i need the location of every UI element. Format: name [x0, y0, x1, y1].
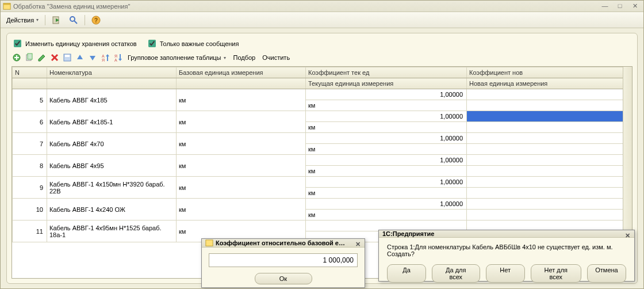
- select-button[interactable]: Подбор: [231, 53, 258, 62]
- coef-ok-button[interactable]: Ок: [255, 273, 312, 284]
- svg-rect-12: [28, 54, 32, 59]
- confirm-dialog-close[interactable]: ✕: [623, 231, 632, 241]
- cell-new-unit[interactable]: [467, 188, 632, 199]
- cell-cur-unit[interactable]: км: [306, 210, 467, 220]
- svg-marker-27: [118, 59, 122, 61]
- cell-base[interactable]: км: [177, 155, 306, 177]
- cell-cur-unit[interactable]: км: [306, 188, 467, 199]
- cell-nomen[interactable]: Кабель АВВГ 4x95: [47, 155, 177, 177]
- group-fill-button[interactable]: Групповое заполнение таблицы▾: [125, 53, 228, 62]
- move-up-button[interactable]: [75, 52, 85, 63]
- delete-button[interactable]: [49, 52, 60, 63]
- cell-coef-cur[interactable]: 1,00000: [306, 199, 467, 210]
- cell-base[interactable]: км: [177, 89, 306, 111]
- coef-dialog-title-bar[interactable]: Коэффициент относительно базовой е… ✕: [202, 239, 365, 248]
- chevron-down-icon: ▾: [36, 17, 39, 22]
- no-all-button[interactable]: Нет для всех: [531, 264, 581, 283]
- cell-new-unit[interactable]: [467, 144, 632, 155]
- cancel-button[interactable]: Отмена: [587, 264, 626, 283]
- header-n[interactable]: N: [13, 67, 47, 78]
- cell-cur-unit[interactable]: км: [306, 166, 467, 177]
- cell-cur-unit[interactable]: км: [306, 100, 467, 111]
- sort-asc-icon: АЯ: [101, 53, 110, 62]
- table-row[interactable]: 5Кабель АВВГ 4x185км1,00000: [13, 89, 632, 100]
- cell-n[interactable]: 9: [13, 177, 47, 199]
- change-storage-unit-check[interactable]: Изменить единицу хранения остатков: [12, 38, 137, 49]
- save-button[interactable]: [62, 52, 72, 63]
- cell-nomen[interactable]: Кабель АВВГ-1 4x95мн Н*1525 бараб. 18а-1: [47, 220, 177, 242]
- move-down-button[interactable]: [87, 52, 98, 63]
- add-button[interactable]: [12, 52, 22, 63]
- cell-coef-cur[interactable]: 1,00000: [306, 133, 467, 144]
- properties-button[interactable]: [66, 14, 82, 26]
- header-coef-new[interactable]: Коэффициент нов: [467, 67, 632, 78]
- minimize-button[interactable]: —: [599, 2, 611, 11]
- table-row[interactable]: 7Кабель АВВГ 4x70км1,00000: [13, 133, 632, 144]
- cell-n[interactable]: 5: [13, 89, 47, 111]
- header-base[interactable]: Базовая единица измерения: [177, 67, 306, 78]
- header-coef-cur[interactable]: Коэффициент тек ед: [306, 67, 467, 78]
- clear-button[interactable]: Очистить: [260, 53, 292, 62]
- sort-desc-button[interactable]: ЯА: [113, 52, 123, 63]
- cell-new-unit[interactable]: [467, 166, 632, 177]
- actions-menu[interactable]: Действия ▾: [3, 16, 42, 25]
- table-row[interactable]: 8Кабель АВВГ 4x95км1,00000: [13, 155, 632, 166]
- cell-nomen[interactable]: Кабель АВВГ-1 4x150мн Н*3920 бараб. 22В: [47, 177, 177, 199]
- cell-coef-cur[interactable]: 1,00000: [306, 111, 467, 122]
- svg-marker-13: [39, 55, 45, 61]
- sort-asc-button[interactable]: АЯ: [100, 52, 110, 63]
- no-button[interactable]: Нет: [486, 264, 525, 283]
- edit-button[interactable]: [37, 52, 47, 63]
- cell-n[interactable]: 6: [13, 111, 47, 133]
- yes-all-button[interactable]: Да для всех: [432, 264, 480, 283]
- table-row[interactable]: 9Кабель АВВГ-1 4x150мн Н*3920 бараб. 22В…: [13, 177, 632, 188]
- cell-n[interactable]: 10: [13, 199, 47, 220]
- group-fill-label: Групповое заполнение таблицы: [128, 54, 221, 61]
- close-button[interactable]: ✕: [628, 2, 641, 11]
- table-row[interactable]: 6Кабель АВВГ 4x185-1км1,00000: [13, 111, 632, 122]
- cell-base[interactable]: км: [177, 199, 306, 220]
- maximize-button[interactable]: □: [614, 2, 626, 11]
- cell-base[interactable]: км: [177, 111, 306, 133]
- cell-coef-new[interactable]: [467, 199, 632, 210]
- coef-input[interactable]: [209, 253, 358, 267]
- only-important-check[interactable]: Только важные сообщения: [146, 38, 239, 49]
- cell-n[interactable]: 11: [13, 220, 47, 242]
- cell-coef-cur[interactable]: 1,00000: [306, 177, 467, 188]
- cell-cur-unit[interactable]: км: [306, 122, 467, 133]
- change-storage-unit-input[interactable]: [14, 40, 21, 47]
- execute-button[interactable]: [48, 14, 64, 26]
- cell-coef-new[interactable]: [467, 89, 632, 100]
- cell-coef-cur[interactable]: 1,00000: [306, 155, 467, 166]
- cell-new-unit[interactable]: [467, 210, 632, 220]
- table-row[interactable]: 10Кабель АВВГ-1 4x240 ОЖкм1,00000: [13, 199, 632, 210]
- subheader-cur[interactable]: Текущая единица измерения: [306, 78, 467, 89]
- only-important-input[interactable]: [148, 40, 156, 47]
- cell-base[interactable]: км: [177, 133, 306, 155]
- confirm-dialog-title-bar[interactable]: 1С:Предприятие ✕: [379, 230, 634, 238]
- cell-nomen[interactable]: Кабель АВВГ-1 4x240 ОЖ: [47, 199, 177, 220]
- cell-nomen[interactable]: Кабель АВВГ 4x70: [47, 133, 177, 155]
- cell-base[interactable]: км: [177, 177, 306, 199]
- cell-coef-new[interactable]: [467, 111, 632, 122]
- svg-text:?: ?: [94, 17, 98, 24]
- copy-button[interactable]: [24, 52, 34, 63]
- subheader-new[interactable]: Новая единица измерения: [467, 78, 632, 89]
- cell-cur-unit[interactable]: км: [306, 144, 467, 155]
- help-button[interactable]: ?: [88, 14, 104, 26]
- header-nomen[interactable]: Номенклатура: [47, 67, 177, 78]
- cell-n[interactable]: 8: [13, 155, 47, 177]
- cell-coef-cur[interactable]: 1,00000: [306, 89, 467, 100]
- yes-button[interactable]: Да: [387, 264, 426, 283]
- cell-new-unit[interactable]: [467, 122, 632, 133]
- cell-coef-new[interactable]: [467, 177, 632, 188]
- cell-coef-new[interactable]: [467, 133, 632, 144]
- cell-n[interactable]: 7: [13, 133, 47, 155]
- coef-dialog-close[interactable]: ✕: [353, 240, 362, 249]
- cell-nomen[interactable]: Кабель АВВГ 4x185: [47, 89, 177, 111]
- cell-coef-new[interactable]: [467, 155, 632, 166]
- subheader-blank2: [47, 78, 177, 89]
- cell-new-unit[interactable]: [467, 100, 632, 111]
- title-bar: Обработка "Замена единиц измерения" — □ …: [1, 1, 643, 12]
- cell-nomen[interactable]: Кабель АВВГ 4x185-1: [47, 111, 177, 133]
